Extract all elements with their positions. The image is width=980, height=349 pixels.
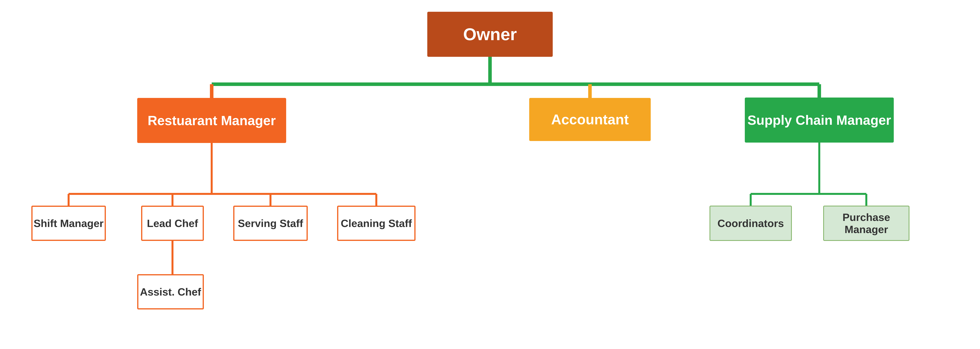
accountant-node: Accountant xyxy=(529,98,651,141)
org-chart: Owner Restuarant Manager Accountant Supp… xyxy=(0,0,980,349)
shift-manager-label: Shift Manager xyxy=(33,217,103,229)
assist-chef-label: Assist. Chef xyxy=(140,286,201,298)
purchase-manager-node: Purchase Manager xyxy=(823,206,910,241)
lead-chef-label: Lead Chef xyxy=(147,217,198,229)
coordinators-node: Coordinators xyxy=(710,206,792,241)
serving-staff-node: Serving Staff xyxy=(233,206,308,241)
shift-manager-node: Shift Manager xyxy=(31,206,106,241)
serving-staff-label: Serving Staff xyxy=(238,217,303,229)
restaurant-manager-label: Restuarant Manager xyxy=(148,113,276,128)
cleaning-staff-label: Cleaning Staff xyxy=(340,217,412,229)
restaurant-manager-node: Restuarant Manager xyxy=(137,98,286,143)
purchase-manager-label: Purchase Manager xyxy=(824,211,908,235)
owner-label: Owner xyxy=(463,24,517,44)
lead-chef-node: Lead Chef xyxy=(141,206,204,241)
assist-chef-node: Assist. Chef xyxy=(137,274,204,309)
cleaning-staff-node: Cleaning Staff xyxy=(337,206,415,241)
coordinators-label: Coordinators xyxy=(718,217,784,229)
owner-node: Owner xyxy=(427,12,553,57)
supply-chain-label: Supply Chain Manager xyxy=(748,113,891,128)
supply-chain-node: Supply Chain Manager xyxy=(745,98,894,143)
accountant-label: Accountant xyxy=(551,111,629,127)
